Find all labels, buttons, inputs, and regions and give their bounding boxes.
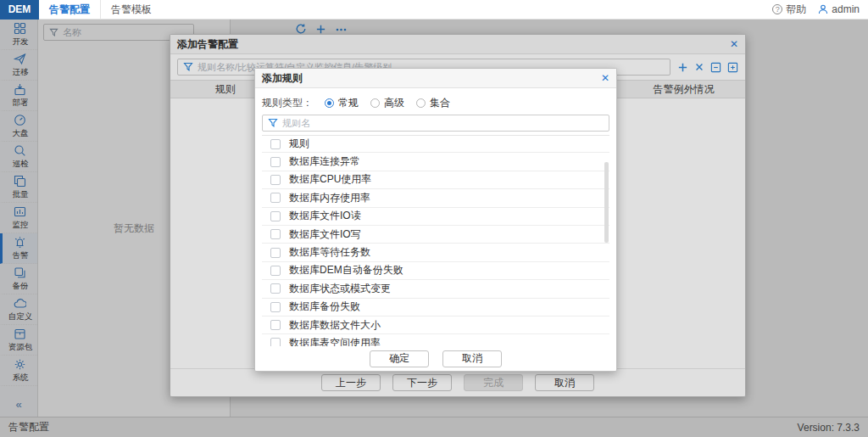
radio-option-advanced[interactable]: 高级 xyxy=(370,96,404,110)
app-screen: DEM 告警配置 告警模板 ? 帮助 admin 开发 迁移 xyxy=(0,0,868,437)
rule-label: 数据库表空间使用率 xyxy=(289,336,381,346)
rule-row[interactable]: 数据库状态或模式变更 xyxy=(262,280,609,298)
rule-label: 数据库内存使用率 xyxy=(289,191,370,205)
rule-row[interactable]: 数据库数据文件大小 xyxy=(262,317,609,334)
radio-icon xyxy=(325,98,334,108)
rule-label: 数据库备份失败 xyxy=(289,300,360,314)
tab-alert-template[interactable]: 告警模板 xyxy=(100,0,162,20)
rule-checkbox[interactable] xyxy=(270,193,281,203)
help-label: 帮助 xyxy=(786,3,806,17)
app-logo: DEM xyxy=(0,0,39,20)
rule-row[interactable]: 数据库连接异常 xyxy=(262,153,609,171)
cancel-button[interactable]: 取消 xyxy=(442,350,502,367)
close-icon[interactable]: ✕ xyxy=(601,72,609,84)
rule-checkbox[interactable] xyxy=(270,302,281,312)
user-menu[interactable]: admin xyxy=(818,3,860,15)
rule-list-header-row[interactable]: 规则 xyxy=(262,135,609,153)
radio-icon xyxy=(370,98,380,108)
tab-alert-config[interactable]: 告警配置 xyxy=(39,0,100,20)
rule-rows: 数据库连接异常 数据库CPU使用率 数据库内存使用率 xyxy=(262,153,609,346)
rule-label: 数据库数据文件大小 xyxy=(289,318,381,333)
rule-label: 数据库状态或模式变更 xyxy=(289,282,391,296)
rule-checkbox[interactable] xyxy=(270,229,281,239)
rule-label: 数据库连接异常 xyxy=(289,154,360,169)
filter-icon xyxy=(268,118,278,128)
rule-checkbox[interactable] xyxy=(270,266,281,276)
radio-label: 高级 xyxy=(384,96,404,110)
user-icon xyxy=(818,4,828,14)
select-all-checkbox[interactable] xyxy=(270,139,281,149)
help-icon: ? xyxy=(772,4,782,14)
rule-type-row: 规则类型： 常规 高级 集合 xyxy=(262,93,609,112)
rule-list: 规则 数据库连接异常 数据库CPU使用率 xyxy=(262,135,609,346)
rule-list-header-label: 规则 xyxy=(289,137,309,151)
rule-checkbox[interactable] xyxy=(270,283,281,294)
tab-label: 告警配置 xyxy=(49,3,90,17)
rule-row[interactable]: 数据库等待任务数 xyxy=(262,244,609,261)
help-button[interactable]: ? 帮助 xyxy=(772,3,806,17)
rule-checkbox[interactable] xyxy=(270,338,281,346)
user-label: admin xyxy=(832,3,860,15)
rule-row[interactable]: 数据库文件IO写 xyxy=(262,226,609,244)
dialog-title: 添加规则 xyxy=(262,71,303,86)
rule-row[interactable]: 数据库备份失败 xyxy=(262,299,609,317)
rule-checkbox[interactable] xyxy=(270,175,281,185)
radio-icon xyxy=(416,98,426,108)
ok-button[interactable]: 确定 xyxy=(370,350,429,367)
rule-name-filter-box[interactable] xyxy=(262,115,609,132)
rule-dialog-footer: 确定 取消 xyxy=(262,346,609,371)
radio-label: 集合 xyxy=(430,96,450,110)
radio-option-normal[interactable]: 常规 xyxy=(325,96,359,110)
rule-label: 数据库CPU使用率 xyxy=(289,172,371,187)
rule-checkbox[interactable] xyxy=(270,157,281,167)
rule-name-filter-input[interactable] xyxy=(282,118,604,128)
rule-row[interactable]: 数据库文件IO读 xyxy=(262,208,609,226)
rule-row[interactable]: 数据库CPU使用率 xyxy=(262,171,609,189)
top-bar: DEM 告警配置 告警模板 ? 帮助 admin xyxy=(0,0,868,20)
rule-row[interactable]: 数据库内存使用率 xyxy=(262,189,609,207)
add-rule-dialog: 添加规则 ✕ 规则类型： 常规 高级 集合 xyxy=(254,68,617,372)
radio-label: 常规 xyxy=(338,96,359,110)
rule-checkbox[interactable] xyxy=(270,211,281,221)
dialog-title-bar: 添加规则 ✕ xyxy=(255,69,616,88)
tab-label: 告警模板 xyxy=(111,3,152,17)
rule-type-label: 规则类型： xyxy=(262,96,313,110)
rule-checkbox[interactable] xyxy=(270,320,281,330)
rule-row[interactable]: 数据库表空间使用率 xyxy=(262,334,609,346)
radio-option-set[interactable]: 集合 xyxy=(416,96,450,110)
rule-label: 数据库文件IO读 xyxy=(289,209,361,223)
rule-label: 数据库文件IO写 xyxy=(289,227,361,242)
rule-checkbox[interactable] xyxy=(270,248,281,258)
scrollbar-thumb[interactable] xyxy=(604,162,609,243)
rule-dialog-body: 规则类型： 常规 高级 集合 xyxy=(255,88,616,371)
rule-row[interactable]: 数据库DEM自动备份失败 xyxy=(262,262,609,280)
rule-label: 数据库等待任务数 xyxy=(289,245,370,260)
rule-label: 数据库DEM自动备份失败 xyxy=(289,263,403,277)
topbar-right: ? 帮助 admin xyxy=(772,3,868,17)
